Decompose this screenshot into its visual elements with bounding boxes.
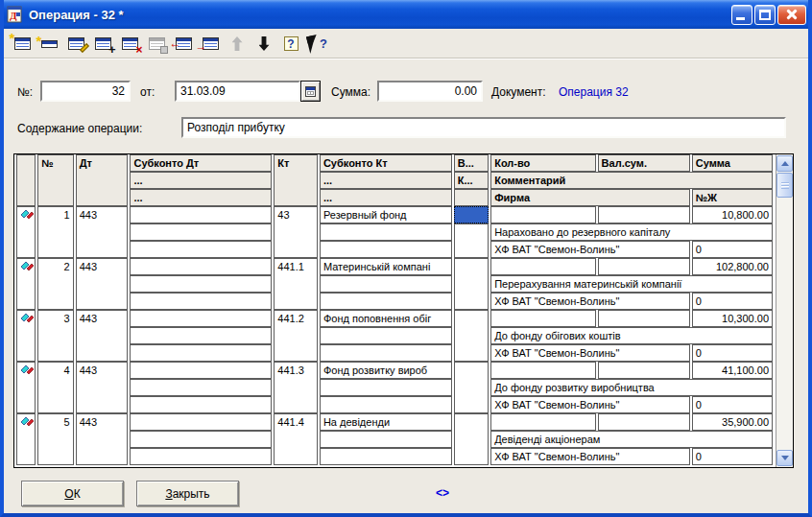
cell-currency[interactable] <box>454 413 489 465</box>
cell-dt[interactable]: 443 <box>76 258 129 310</box>
cell-subkt2[interactable] <box>320 275 452 293</box>
cell-qty[interactable] <box>490 362 595 379</box>
cell-kt[interactable]: 441.2 <box>274 310 318 362</box>
context-help-icon[interactable]: ? <box>307 34 328 54</box>
cell-subdt3[interactable] <box>130 448 272 465</box>
cell-subdt[interactable] <box>130 206 272 223</box>
cell-num[interactable]: 2 <box>37 258 73 310</box>
cell-subkt2[interactable] <box>320 223 452 241</box>
cell-subkt2[interactable] <box>320 327 452 344</box>
cell-subkt3[interactable] <box>320 396 452 413</box>
cell-cursum[interactable] <box>598 310 690 327</box>
cell-comment[interactable]: Девіденді акціонерам <box>490 431 773 448</box>
cell-currency[interactable] <box>454 362 489 413</box>
sum-input[interactable]: 0.00 <box>377 81 483 102</box>
cell-kt[interactable]: 441.1 <box>274 258 318 310</box>
cell-sum[interactable]: 41,100.00 <box>692 362 773 379</box>
cell-dt[interactable]: 443 <box>76 206 129 258</box>
cell-sum[interactable]: 10,300.00 <box>692 310 773 327</box>
cell-firm[interactable]: ХФ ВАТ "Свемон-Волинь" <box>490 293 690 310</box>
cell-num[interactable]: 1 <box>37 206 73 258</box>
cell-kt[interactable]: 43 <box>274 206 318 258</box>
num-input[interactable]: 32 <box>40 81 131 102</box>
cell-journal[interactable]: 0 <box>692 344 773 362</box>
cell-subkt3[interactable] <box>320 293 452 310</box>
cell-cursum[interactable] <box>598 362 690 379</box>
cell-subdt3[interactable] <box>130 396 272 413</box>
cell-subkt[interactable]: Фонд розвитку вироб <box>320 362 452 379</box>
cell-comment[interactable]: Перерахування материнській компанії <box>490 275 773 293</box>
cell-comment[interactable]: До фонду розвитку виробництва <box>490 379 773 396</box>
scroll-thumb[interactable] <box>776 173 793 198</box>
cell-sum[interactable]: 35,900.00 <box>692 413 773 431</box>
close-form-button[interactable]: Закрыть <box>136 481 239 506</box>
scroll-up-button[interactable] <box>776 155 793 172</box>
add-line-icon[interactable]: * <box>38 34 60 54</box>
cell-num[interactable]: 3 <box>37 310 73 362</box>
edit-row-icon[interactable] <box>65 34 86 54</box>
cell-num[interactable]: 4 <box>37 362 73 413</box>
cell-subdt2[interactable] <box>130 327 272 344</box>
cell-firm[interactable]: ХФ ВАТ "Свемон-Волинь" <box>490 344 690 362</box>
cell-subkt2[interactable] <box>320 431 452 448</box>
cell-cursum[interactable] <box>598 413 690 431</box>
document-link[interactable]: Операция 32 <box>559 85 629 99</box>
add-row-icon[interactable]: * <box>12 34 33 54</box>
date-input[interactable]: 31.03.09 <box>175 81 300 102</box>
cell-journal[interactable]: 0 <box>692 293 773 310</box>
cell-subdt[interactable] <box>130 362 272 379</box>
help-icon[interactable]: ? <box>280 34 301 54</box>
cell-cursum[interactable] <box>598 258 690 275</box>
cell-subdt3[interactable] <box>130 241 272 258</box>
calendar-button[interactable] <box>300 81 321 102</box>
cell-subdt[interactable] <box>130 258 272 275</box>
cell-subdt2[interactable] <box>130 431 272 448</box>
cell-subdt2[interactable] <box>130 223 272 241</box>
cell-vrest[interactable] <box>454 223 489 258</box>
cell-subkt[interactable]: На девіденди <box>320 413 452 431</box>
cell-qty[interactable] <box>490 413 595 431</box>
insert-left-icon[interactable]: ← <box>173 34 194 54</box>
minimize-button[interactable] <box>731 5 752 25</box>
cell-journal[interactable]: 0 <box>692 241 773 258</box>
cell-currency[interactable] <box>454 310 489 362</box>
cell-sum[interactable]: 102,800.00 <box>692 258 773 275</box>
cell-comment[interactable]: Нараховано до резервного капіталу <box>490 223 773 241</box>
cell-subdt3[interactable] <box>130 293 272 310</box>
cell-subkt[interactable]: Фонд поповнення обіг <box>320 310 452 327</box>
cell-qty[interactable] <box>490 310 595 327</box>
maximize-button[interactable] <box>754 5 776 25</box>
cell-subkt3[interactable] <box>320 241 452 258</box>
cell-firm[interactable]: ХФ ВАТ "Свемон-Волинь" <box>490 396 690 413</box>
cell-comment[interactable]: До фонду обігових коштів <box>490 327 773 344</box>
cell-subkt2[interactable] <box>320 379 452 396</box>
cell-subkt3[interactable] <box>320 344 452 362</box>
cell-qty[interactable] <box>490 258 595 275</box>
cell-subdt[interactable] <box>130 310 272 327</box>
cell-currency[interactable] <box>454 258 489 310</box>
cell-firm[interactable]: ХФ ВАТ "Свемон-Волинь" <box>490 241 690 258</box>
cell-dt[interactable]: 443 <box>76 362 129 413</box>
content-input[interactable]: Розподіл прибутку <box>181 117 786 138</box>
copy-row-icon[interactable]: + <box>92 34 113 54</box>
cell-firm[interactable]: ХФ ВАТ "Свемон-Волинь" <box>490 448 690 465</box>
cell-subkt[interactable]: Материнській компані <box>320 258 452 275</box>
cell-dt[interactable]: 443 <box>76 310 129 362</box>
vertical-scrollbar[interactable] <box>776 154 793 467</box>
cell-cursum[interactable] <box>598 206 690 223</box>
ok-button[interactable]: ОК <box>21 481 124 506</box>
cell-subdt[interactable] <box>130 413 272 431</box>
cell-kt[interactable]: 441.4 <box>274 413 318 465</box>
cell-dt[interactable]: 443 <box>76 413 129 465</box>
cell-num[interactable]: 5 <box>37 413 73 465</box>
goto-row-icon[interactable]: → <box>200 34 221 54</box>
scroll-down-button[interactable] <box>776 450 793 466</box>
close-button[interactable] <box>777 5 806 25</box>
cell-kt[interactable]: 441.3 <box>274 362 318 413</box>
cell-subdt2[interactable] <box>130 275 272 293</box>
cell-journal[interactable]: 0 <box>692 448 773 465</box>
cell-currency-selected[interactable] <box>454 206 489 223</box>
cell-qty[interactable] <box>490 206 595 223</box>
move-down-icon[interactable] <box>253 34 275 54</box>
cell-journal[interactable]: 0 <box>692 396 773 413</box>
